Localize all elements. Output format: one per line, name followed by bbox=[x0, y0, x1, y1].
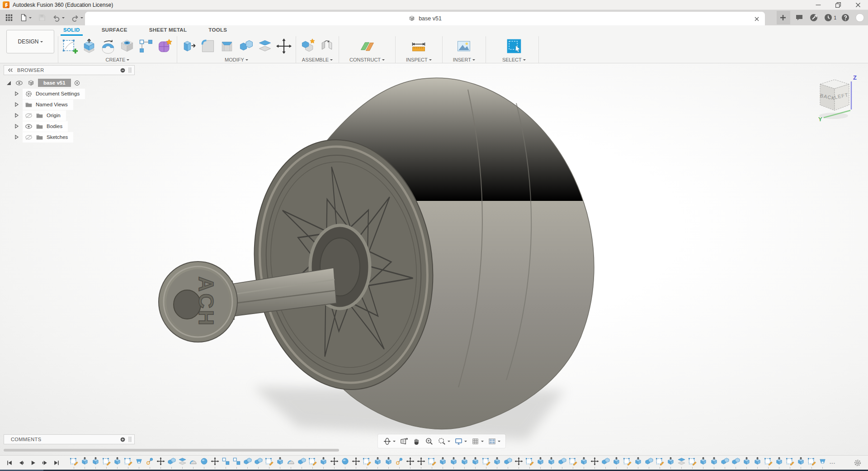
dropdown-caret[interactable] bbox=[80, 17, 83, 20]
timeline-feature-extrude[interactable] bbox=[470, 457, 481, 469]
dropdown-caret[interactable] bbox=[29, 17, 32, 20]
timeline-feature-sketch[interactable] bbox=[123, 457, 133, 469]
timeline-feature-combine[interactable] bbox=[296, 457, 307, 469]
create-sketch-icon[interactable] bbox=[61, 37, 80, 56]
timeline-feature-loft[interactable] bbox=[817, 457, 828, 469]
joint-icon[interactable] bbox=[317, 37, 336, 56]
root-item-label[interactable]: base v51 bbox=[38, 79, 71, 87]
timeline-feature-sketch[interactable] bbox=[806, 457, 817, 469]
file-menu-button[interactable] bbox=[16, 11, 35, 24]
dropdown-caret[interactable] bbox=[62, 17, 65, 20]
redo-button[interactable] bbox=[68, 11, 86, 24]
timeline-feature-extrude[interactable] bbox=[578, 457, 589, 469]
timeline-feature-extrude[interactable] bbox=[437, 457, 448, 469]
ribbon-tab-tools[interactable]: TOOLS bbox=[206, 25, 230, 36]
timeline-feature-move[interactable] bbox=[513, 457, 524, 469]
timeline-feature-sketch[interactable] bbox=[426, 457, 437, 469]
timeline-feature-extrude[interactable] bbox=[708, 457, 719, 469]
pan-button[interactable] bbox=[411, 436, 422, 447]
undo-button[interactable] bbox=[49, 11, 68, 24]
go-to-end-button[interactable] bbox=[52, 458, 61, 467]
timeline-feature-combine[interactable] bbox=[557, 457, 567, 469]
timeline-feature-sphere[interactable] bbox=[340, 457, 350, 469]
collapse-arrow-icon[interactable] bbox=[6, 81, 11, 86]
timeline-feature-move[interactable] bbox=[350, 457, 361, 469]
timeline-feature-sketch[interactable] bbox=[101, 457, 112, 469]
timeline-feature-fillet[interactable] bbox=[188, 457, 198, 469]
expand-arrow-icon[interactable] bbox=[14, 124, 19, 128]
timeline-feature-move[interactable] bbox=[329, 457, 340, 469]
timeline-feature-boxpattern[interactable] bbox=[231, 457, 242, 469]
split-body-icon[interactable] bbox=[255, 37, 274, 56]
new-tab-button[interactable] bbox=[777, 11, 790, 24]
timeline-feature-extrude[interactable] bbox=[774, 457, 784, 469]
timeline-scrollbar[interactable] bbox=[4, 449, 339, 452]
help-button[interactable] bbox=[841, 13, 851, 22]
timeline-feature-extrude[interactable] bbox=[274, 457, 285, 469]
shell-icon[interactable] bbox=[217, 37, 236, 56]
close-document-tab-button[interactable] bbox=[752, 14, 761, 24]
construct-menu-button[interactable]: CONSTRUCT bbox=[349, 56, 385, 63]
look-at-button[interactable] bbox=[398, 436, 410, 447]
timeline-feature-move[interactable] bbox=[415, 457, 426, 469]
timeline-feature-sketch[interactable] bbox=[307, 457, 318, 469]
timeline-feature-extrude[interactable] bbox=[611, 457, 622, 469]
expand-arrow-icon[interactable] bbox=[14, 91, 19, 96]
timeline-feature-move[interactable] bbox=[405, 457, 415, 469]
rectangular-pattern-icon[interactable] bbox=[137, 37, 156, 56]
extrude-icon[interactable] bbox=[80, 37, 99, 56]
timeline-feature-extrude[interactable] bbox=[546, 457, 557, 469]
press-pull-icon[interactable] bbox=[179, 37, 198, 56]
timeline-feature-sphere[interactable] bbox=[198, 457, 209, 469]
document-tab[interactable]: base v51 bbox=[85, 12, 765, 25]
create-form-icon[interactable] bbox=[156, 37, 175, 56]
dropdown-caret[interactable] bbox=[481, 441, 484, 443]
step-back-button[interactable] bbox=[16, 458, 26, 467]
combine-icon[interactable] bbox=[236, 37, 255, 56]
timeline-feature-sketch[interactable] bbox=[622, 457, 632, 469]
timeline-feature-extrude[interactable] bbox=[448, 457, 459, 469]
timeline-feature-combine[interactable] bbox=[643, 457, 654, 469]
browser-item-document-settings[interactable]: Document Settings bbox=[4, 88, 135, 99]
revolve-icon[interactable] bbox=[99, 37, 118, 56]
hole-icon[interactable] bbox=[118, 37, 137, 56]
timeline-feature-fillet[interactable] bbox=[285, 457, 296, 469]
zoom-button[interactable] bbox=[424, 436, 435, 447]
panel-drag-grip[interactable] bbox=[129, 67, 131, 73]
visibility-icon[interactable] bbox=[25, 112, 33, 119]
collapse-panel-icon[interactable] bbox=[7, 67, 14, 73]
timeline-feature-combine[interactable] bbox=[719, 457, 730, 469]
timeline-feature-combine[interactable] bbox=[730, 457, 741, 469]
timeline-feature-combine[interactable] bbox=[600, 457, 611, 469]
visibility-icon[interactable] bbox=[15, 79, 23, 87]
dropdown-caret[interactable] bbox=[464, 441, 467, 443]
close-button[interactable] bbox=[848, 0, 868, 10]
key-head[interactable]: ACH bbox=[159, 262, 237, 342]
application-menu-button[interactable] bbox=[2, 11, 16, 24]
timeline-feature-extrude[interactable] bbox=[79, 457, 90, 469]
3d-viewport[interactable]: ACH BROWSER base v51 bbox=[0, 63, 868, 455]
timeline-feature-extrude[interactable] bbox=[459, 457, 470, 469]
timeline-feature-sketch[interactable] bbox=[763, 457, 774, 469]
timeline-feature-loft[interactable] bbox=[133, 457, 144, 469]
workspace-switcher-button[interactable]: DESIGN bbox=[6, 30, 54, 53]
expand-arrow-icon[interactable] bbox=[14, 102, 19, 107]
fillet-icon[interactable] bbox=[198, 37, 217, 56]
grid-and-snaps-button[interactable] bbox=[470, 436, 485, 447]
timeline-feature-extrude[interactable] bbox=[795, 457, 806, 469]
visibility-icon[interactable] bbox=[25, 123, 33, 130]
assemble-menu-button[interactable]: ASSEMBLE bbox=[302, 56, 333, 63]
ribbon-tab-surface[interactable]: SURFACE bbox=[99, 25, 130, 36]
dropdown-caret[interactable] bbox=[498, 441, 500, 443]
timeline-feature-extrude[interactable] bbox=[752, 457, 763, 469]
save-button[interactable] bbox=[35, 11, 49, 24]
expand-arrow-icon[interactable] bbox=[14, 113, 19, 118]
timeline-feature-sketch[interactable] bbox=[68, 457, 79, 469]
select-menu-button[interactable]: SELECT bbox=[502, 56, 526, 63]
visibility-icon[interactable] bbox=[25, 133, 33, 141]
timeline-feature-extrude[interactable] bbox=[90, 457, 101, 469]
play-button[interactable] bbox=[28, 458, 38, 467]
timeline-feature-sketch[interactable] bbox=[784, 457, 795, 469]
timeline-feature-sketch[interactable] bbox=[654, 457, 665, 469]
expand-arrow-icon[interactable] bbox=[14, 135, 19, 139]
